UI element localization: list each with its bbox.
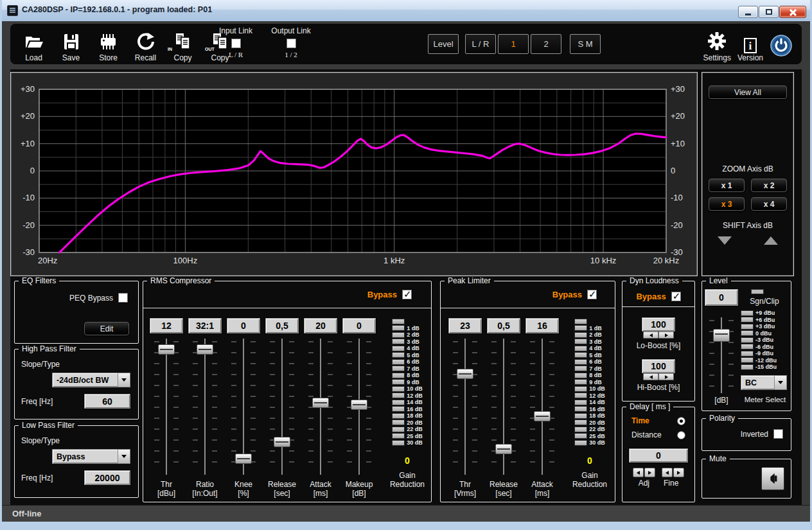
peq-bypass-checkbox[interactable] <box>118 293 128 303</box>
zoom-x3-button[interactable]: x 3 <box>709 197 745 211</box>
dropdown-arrow-icon[interactable] <box>118 450 130 463</box>
hpf-slope-dropdown[interactable]: -24dB/oct BW <box>52 373 130 387</box>
release-value[interactable]: 0,5 <box>265 318 299 333</box>
slider-thumb[interactable] <box>235 454 252 464</box>
knee-slider[interactable] <box>229 339 258 475</box>
svg-text:+10: +10 <box>21 139 35 148</box>
shift-up-button[interactable] <box>764 236 778 245</box>
polarity-group: Polarity Inverted <box>702 418 791 451</box>
meter-select-dropdown[interactable]: BC <box>741 375 787 390</box>
hi-boost-value[interactable]: 100 <box>642 359 675 373</box>
thr-value[interactable]: 12 <box>150 318 183 333</box>
meter-segment <box>392 379 405 385</box>
meter-scale-label: 1 dB <box>587 325 602 331</box>
delay-adj-up-button[interactable] <box>644 468 655 477</box>
release-slider[interactable] <box>490 339 518 475</box>
settings-button[interactable]: Settings <box>703 26 731 62</box>
slider-thumb[interactable] <box>274 437 290 447</box>
lpf-freq-value[interactable]: 20000 <box>84 470 130 485</box>
channel-1-button[interactable]: 1 <box>498 34 529 54</box>
save-button[interactable]: Save <box>54 26 88 62</box>
recall-button[interactable]: Recall <box>128 26 163 62</box>
makeup-value[interactable]: 0 <box>342 318 376 333</box>
delay-distance-radio[interactable] <box>677 431 685 439</box>
ratio-value[interactable]: 32:1 <box>188 318 222 333</box>
thr-slider[interactable] <box>152 339 181 475</box>
makeup-slider[interactable] <box>345 339 373 475</box>
delay-fine-up-button[interactable] <box>673 468 684 477</box>
release-slider[interactable] <box>268 339 296 475</box>
channel-sm-button[interactable]: S M <box>570 34 601 54</box>
polarity-inverted-checkbox[interactable] <box>773 429 783 439</box>
slider-thumb[interactable] <box>158 344 175 355</box>
slider-thumb[interactable] <box>197 344 213 355</box>
level-value[interactable]: 0 <box>705 289 738 306</box>
mute-button[interactable] <box>761 467 784 490</box>
power-button[interactable] <box>770 26 793 62</box>
lo-boost-down-button[interactable] <box>643 331 658 339</box>
attack-value[interactable]: 16 <box>525 318 559 333</box>
attack-slider[interactable] <box>528 339 556 475</box>
hi-boost-up-button[interactable] <box>658 373 674 380</box>
meter-segment <box>574 440 587 446</box>
hpf-freq-value[interactable]: 60 <box>84 394 130 409</box>
delay-adj-down-button[interactable] <box>633 468 644 477</box>
lpf-freq-label: Freq [Hz] <box>21 473 53 482</box>
lo-boost-up-button[interactable] <box>658 331 674 339</box>
open-folder-icon <box>24 30 44 53</box>
limiter-thr-fader: 23 Thr[Vrms] <box>448 318 482 498</box>
lpf-slope-dropdown[interactable]: Bypass <box>52 449 130 464</box>
shift-down-button[interactable] <box>718 236 732 245</box>
gain-reduction-value: 0 <box>587 455 592 466</box>
store-chip-button[interactable]: Store <box>91 26 125 62</box>
dyn-bypass-checkbox[interactable] <box>671 292 681 301</box>
meter-segment <box>741 351 754 357</box>
slider-thumb[interactable] <box>312 398 329 408</box>
meter-scale-label: 1 dB <box>405 325 419 331</box>
slider-thumb[interactable] <box>457 369 473 379</box>
minimize-button[interactable] <box>738 6 758 18</box>
channel-lr-button[interactable]: L / R <box>465 34 496 54</box>
delay-value[interactable]: 0 <box>629 448 688 463</box>
dropdown-arrow-icon[interactable] <box>118 373 130 387</box>
slider-thumb[interactable] <box>351 400 367 410</box>
meter-segment <box>392 346 405 351</box>
copy-in-button[interactable]: IN Copy <box>166 26 200 62</box>
ratio-slider[interactable] <box>191 339 219 475</box>
slider-thumb[interactable] <box>495 444 512 454</box>
view-all-button[interactable]: View All <box>709 85 787 99</box>
delay-time-radio[interactable] <box>677 417 685 425</box>
svg-text:-20: -20 <box>22 220 35 230</box>
attack-value[interactable]: 20 <box>304 318 337 333</box>
thr-slider[interactable] <box>451 339 479 475</box>
maximize-button[interactable] <box>759 6 779 18</box>
eq-edit-button[interactable]: Edit <box>84 322 129 335</box>
delay-fine-down-button[interactable] <box>662 468 673 477</box>
limiter-bypass-checkbox[interactable] <box>587 290 597 299</box>
knee-value[interactable]: 0 <box>227 318 260 333</box>
close-button[interactable] <box>779 6 806 18</box>
sgn-clip-label: Sgn/Clip <box>739 297 790 306</box>
hi-boost-label: Hi-Boost [%] <box>637 383 680 392</box>
level-slider[interactable] <box>707 317 736 393</box>
input-link-checkbox[interactable] <box>231 39 241 48</box>
slider-thumb[interactable] <box>534 411 551 421</box>
zoom-x1-button[interactable]: x 1 <box>709 179 745 192</box>
meter-scale-label: 5 dB <box>587 352 602 358</box>
lo-boost-value[interactable]: 100 <box>642 317 675 331</box>
zoom-x4-button[interactable]: x 4 <box>751 197 787 211</box>
meter-segment <box>574 400 587 405</box>
compressor-bypass-checkbox[interactable] <box>402 290 412 299</box>
dropdown-arrow-icon[interactable] <box>774 376 786 389</box>
channel-2-button[interactable]: 2 <box>531 34 561 54</box>
version-button[interactable]: i Version <box>737 26 763 62</box>
hi-boost-down-button[interactable] <box>643 373 658 380</box>
zoom-x2-button[interactable]: x 2 <box>751 179 787 192</box>
output-link-checkbox[interactable] <box>287 39 296 48</box>
load-button[interactable]: Load <box>17 26 51 62</box>
thr-value[interactable]: 23 <box>448 318 482 333</box>
release-value[interactable]: 0,5 <box>487 318 520 333</box>
slider-thumb[interactable] <box>713 329 730 342</box>
channel-level-button[interactable]: Level <box>428 34 459 54</box>
attack-slider[interactable] <box>306 339 335 475</box>
